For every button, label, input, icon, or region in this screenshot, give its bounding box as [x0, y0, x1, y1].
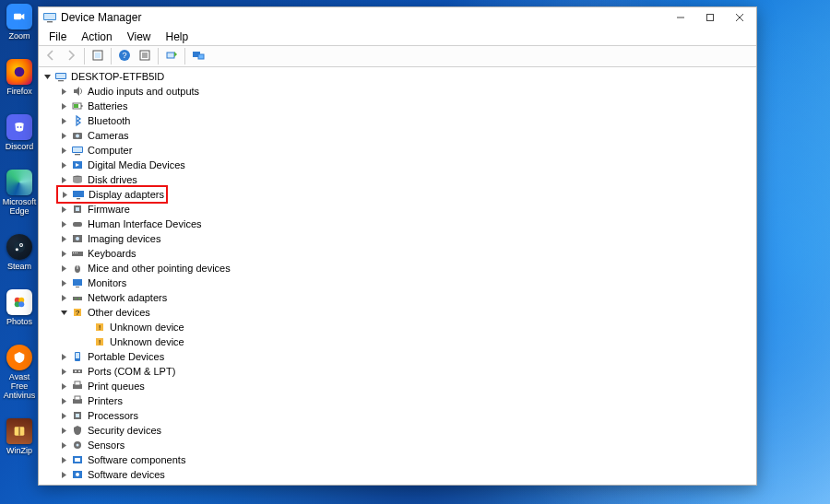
sensor-icon [70, 438, 85, 452]
tree-item-processors[interactable]: Processors [39, 408, 756, 423]
svg-rect-61 [76, 287, 79, 287]
svg-rect-34 [56, 74, 65, 78]
tree-item-human-interface-devices[interactable]: Human Interface Devices [39, 217, 756, 231]
menu-view[interactable]: View [121, 29, 158, 45]
tree-item-label: Display adapters [89, 187, 164, 202]
expand-toggle-icon [59, 411, 69, 421]
tree-item-cameras[interactable]: Cameras [39, 128, 756, 143]
expand-toggle-icon [59, 455, 69, 465]
window-title: Device Manager [61, 11, 141, 24]
tree-item-software-components[interactable]: Software components [39, 452, 756, 467]
toolbar-help-button[interactable]: ? [114, 47, 135, 65]
tree-item-unknown-device[interactable]: !Unknown device [39, 320, 756, 334]
svg-rect-73 [73, 369, 82, 373]
desktop-icon-winzip[interactable]: WinZip [4, 418, 35, 455]
minimize-button[interactable] [666, 7, 695, 28]
toolbar-show-hidden-button[interactable] [88, 47, 108, 65]
swdev-icon [70, 467, 85, 482]
desktop-icon-firefox[interactable]: Firefox [4, 59, 35, 96]
tree-item-bluetooth[interactable]: Bluetooth [39, 113, 756, 128]
unknown-icon: ! [92, 320, 107, 334]
svg-point-63 [75, 298, 77, 299]
device-manager-window: Device Manager FileActionViewHelp ? DESK… [38, 6, 757, 486]
properties-icon [138, 49, 151, 64]
svg-point-75 [78, 370, 80, 372]
tree-item-label: Sensors [88, 438, 125, 452]
svg-point-3 [20, 126, 22, 128]
other-icon: ? [70, 305, 85, 320]
maximize-button[interactable] [695, 7, 725, 28]
tree-item-sound-video-and-game-controllers[interactable]: Sound, video and game controllers [39, 482, 756, 485]
tree-item-security-devices[interactable]: Security devices [39, 423, 756, 438]
tree-item-label: Print queues [88, 379, 145, 393]
sound-icon [70, 482, 85, 485]
tree-item-printers[interactable]: Printers [39, 393, 756, 408]
zoom-icon [6, 4, 32, 29]
toolbar-scan-button[interactable] [161, 47, 182, 65]
tree-item-mice-and-other-pointing-devices[interactable]: Mice and other pointing devices [39, 261, 756, 275]
tree-item-unknown-device[interactable]: !Unknown device [39, 334, 756, 349]
tree-item-network-adapters[interactable]: Network adapters [39, 290, 756, 305]
swcomp-icon [70, 452, 85, 467]
desktop-icon-zoom[interactable]: Zoom [4, 4, 35, 41]
desktop-icon-label: WinZip [6, 446, 32, 455]
imaging-icon [70, 231, 85, 246]
tree-item-software-devices[interactable]: Software devices [39, 467, 756, 482]
tree-item-imaging-devices[interactable]: Imaging devices [39, 231, 756, 246]
svg-rect-50 [76, 207, 79, 211]
toolbar-devices-button[interactable] [188, 47, 208, 65]
desktop-icon-discord[interactable]: Discord [4, 114, 35, 151]
tree-item-print-queues[interactable]: Print queues [39, 379, 756, 393]
expand-toggle-icon[interactable] [42, 72, 53, 82]
bluetooth-icon [70, 113, 85, 128]
back-icon [44, 49, 57, 64]
desktop-icon-steam[interactable]: Steam [4, 234, 35, 271]
svg-rect-37 [81, 105, 83, 107]
scan-icon [165, 49, 178, 64]
tree-item-other-devices[interactable]: ?Other devices [39, 305, 756, 320]
close-button[interactable] [725, 7, 754, 28]
device-tree[interactable]: DESKTOP-ETFB5IDAudio inputs and outputsB… [39, 67, 756, 485]
tree-item-display-adapters[interactable]: Display adapters [39, 187, 756, 202]
tree-item-computer[interactable]: Computer [39, 143, 756, 158]
tree-item-digital-media-devices[interactable]: Digital Media Devices [39, 158, 756, 172]
winzip-icon [6, 418, 32, 444]
toolbar-back-button [41, 47, 61, 65]
tree-item-monitors[interactable]: Monitors [39, 275, 756, 290]
forward-icon [65, 49, 77, 64]
desktop-icon-photos[interactable]: Photos [4, 289, 35, 326]
svg-rect-42 [73, 147, 82, 152]
menu-action[interactable]: Action [75, 29, 118, 45]
menu-file[interactable]: File [42, 29, 73, 45]
expand-toggle-icon[interactable] [59, 308, 69, 318]
expand-toggle-icon [59, 352, 69, 362]
tree-item-audio-inputs-and-outputs[interactable]: Audio inputs and outputs [39, 84, 756, 99]
devices-icon [192, 49, 205, 64]
hid-icon [70, 217, 85, 231]
svg-point-7 [20, 244, 22, 246]
tree-item-firmware[interactable]: Firmware [39, 202, 756, 217]
audio-icon [70, 84, 85, 99]
desktop-icon-avast[interactable]: Avast Free Antivirus [4, 345, 35, 400]
expand-toggle-icon [59, 470, 69, 480]
expand-toggle-icon [59, 293, 69, 303]
tree-item-sensors[interactable]: Sensors [39, 438, 756, 452]
expand-toggle-icon [59, 116, 69, 126]
expand-toggle-icon [59, 205, 69, 215]
monitor-icon [70, 275, 85, 290]
menu-help[interactable]: Help [160, 29, 196, 45]
expand-toggle-icon [59, 160, 69, 170]
tree-item-desktop-etfb5id[interactable]: DESKTOP-ETFB5ID [39, 69, 756, 84]
desktop-icon-edge[interactable]: Microsoft Edge [4, 170, 35, 216]
tree-item-keyboards[interactable]: Keyboards [39, 246, 756, 261]
tree-item-batteries[interactable]: Batteries [39, 99, 756, 113]
tree-item-ports-com-lpt[interactable]: Ports (COM & LPT) [39, 364, 756, 379]
tree-item-portable-devices[interactable]: Portable Devices [39, 349, 756, 364]
svg-point-53 [76, 237, 79, 240]
titlebar[interactable]: Device Manager [39, 7, 756, 28]
svg-point-64 [78, 298, 80, 299]
toolbar-properties-button[interactable] [135, 47, 155, 65]
toolbar: ? [39, 45, 756, 67]
svg-point-12 [18, 301, 24, 307]
desktop: ZoomFirefoxDiscordMicrosoft EdgeSteamPho… [0, 0, 830, 504]
